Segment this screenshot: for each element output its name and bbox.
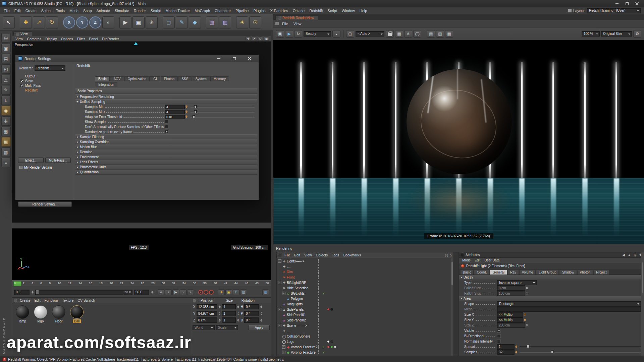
renderer-dropdown[interactable]: Redshift bbox=[35, 65, 65, 71]
object-name[interactable]: .... bbox=[287, 329, 290, 333]
menu-item[interactable]: Snap bbox=[81, 9, 94, 13]
menu-item[interactable]: Simulate bbox=[112, 9, 131, 13]
object-name[interactable]: BGLights bbox=[291, 292, 305, 295]
parameter-checkbox[interactable] bbox=[165, 120, 168, 124]
menu-item[interactable]: Redshift bbox=[307, 9, 325, 13]
value-slider[interactable] bbox=[191, 105, 255, 109]
settings-tree-item[interactable]: Multi-Pass bbox=[15, 83, 74, 88]
snap-grid-icon[interactable]: ▦ bbox=[1, 127, 11, 136]
material-item[interactable]: logo bbox=[33, 305, 48, 323]
layers-icon[interactable]: ≡ bbox=[1, 158, 11, 167]
size-z-field[interactable]: 200 cm bbox=[497, 322, 525, 328]
menu-item[interactable]: Tools bbox=[54, 9, 67, 13]
expand-toggle[interactable]: - bbox=[278, 324, 281, 327]
attribute-tab[interactable]: Project bbox=[593, 270, 609, 275]
render-settings-tab[interactable]: Photon bbox=[161, 76, 178, 81]
attribute-tab[interactable]: Photon bbox=[577, 270, 593, 275]
object-row[interactable]: ▲ Polygon bbox=[277, 296, 450, 301]
menu-item[interactable]: X-Particles bbox=[268, 9, 290, 13]
object-name[interactable]: SidePanel01 bbox=[287, 313, 306, 317]
object-manager-menu-item[interactable]: File bbox=[282, 253, 292, 257]
material-thumbnail[interactable] bbox=[16, 305, 29, 319]
attributes-menu-item[interactable]: Edit bbox=[473, 258, 482, 262]
material-item[interactable]: Floor bbox=[51, 305, 66, 323]
menu-item[interactable]: Window bbox=[339, 9, 357, 13]
record-key-icon[interactable]: ✚ bbox=[218, 289, 225, 295]
effect-button[interactable]: Effect... bbox=[18, 158, 44, 163]
render-settings-dialog[interactable]: Render Settings Renderer Redshift Output… bbox=[15, 55, 259, 200]
image-size-dropdown[interactable]: Original Size bbox=[601, 31, 632, 37]
size-mode-dropdown[interactable]: Scale bbox=[216, 325, 238, 330]
model-mode-icon[interactable]: ▣ bbox=[1, 44, 11, 53]
viewport-menu-item[interactable]: Options bbox=[59, 37, 75, 41]
keyframe-record-button[interactable] bbox=[209, 290, 214, 295]
object-name[interactable]: Voronoi Fracture2 bbox=[291, 345, 318, 349]
render-setting-button[interactable]: Render Setting... bbox=[18, 201, 72, 207]
keyframe-selection-icon[interactable]: ▦ bbox=[240, 289, 247, 295]
unified-sampling-group[interactable]: Unified Sampling bbox=[75, 99, 257, 104]
enabled-check-icon[interactable]: ✓ bbox=[322, 351, 325, 354]
object-row[interactable]: ▲ RingLights bbox=[277, 301, 450, 307]
autokey-icon[interactable]: ▣ bbox=[225, 289, 232, 295]
value-field[interactable]: 4 bbox=[165, 105, 185, 109]
menu-item[interactable]: Motion Tracker bbox=[163, 9, 192, 13]
render-settings-tab[interactable]: GI bbox=[150, 76, 160, 81]
position-y-field[interactable]: 84.974 cm bbox=[197, 311, 217, 316]
dialog-maximize-button[interactable] bbox=[229, 55, 239, 62]
visibility-dots[interactable] bbox=[318, 318, 319, 322]
snapshot-icon[interactable]: ❄ bbox=[404, 30, 412, 38]
object-row[interactable]: ✕ Hide Selection bbox=[277, 285, 450, 291]
samples-slider[interactable] bbox=[520, 350, 641, 354]
visibility-dots[interactable] bbox=[318, 291, 319, 295]
size-y-field[interactable]: << Multip bbox=[497, 317, 523, 322]
visibility-dots[interactable] bbox=[318, 313, 319, 317]
object-name[interactable]: Scene -------> bbox=[287, 324, 307, 327]
position-z-field[interactable]: 0 cm bbox=[197, 317, 217, 323]
record-params-icon[interactable]: P bbox=[233, 289, 239, 295]
menu-item[interactable]: Script bbox=[325, 9, 339, 13]
layout-b-icon[interactable]: ▥ bbox=[436, 30, 444, 38]
visibility-dots[interactable] bbox=[318, 259, 319, 263]
object-manager-scrollbar[interactable] bbox=[451, 258, 453, 356]
menu-item[interactable]: Sculpt bbox=[148, 9, 163, 13]
beauty-channel-dropdown[interactable]: Beauty bbox=[304, 31, 331, 37]
object-manager-menu-item[interactable]: Bookmarks bbox=[341, 253, 363, 257]
object-name[interactable]: CollisionSphere bbox=[287, 335, 310, 338]
visibility-dots[interactable] bbox=[318, 302, 319, 306]
area-mesh-field[interactable] bbox=[497, 306, 641, 312]
material-menu-item[interactable]: Create bbox=[18, 298, 33, 302]
object-name[interactable]: RingLights bbox=[287, 302, 303, 306]
edges-mode-icon[interactable]: ✎ bbox=[1, 85, 11, 95]
material-menu-item[interactable]: CV-Swatch bbox=[75, 298, 97, 302]
corner-ruler-icon[interactable]: L bbox=[1, 96, 11, 105]
back-icon[interactable]: ◀ bbox=[622, 253, 625, 257]
material-thumbnail[interactable] bbox=[52, 305, 65, 319]
object-name[interactable]: BGLightGRP bbox=[287, 281, 306, 285]
material-menu-item[interactable]: Texture bbox=[60, 298, 75, 302]
value-slider[interactable] bbox=[191, 110, 255, 114]
collapsed-section-header[interactable]: Denoise bbox=[75, 149, 257, 155]
camera-auto-dropdown[interactable]: < Auto > bbox=[356, 31, 384, 37]
object-manager-menu-item[interactable]: View bbox=[302, 253, 314, 257]
falloff-start-field[interactable]: 0 cm bbox=[497, 285, 525, 291]
menu-item[interactable]: Octane bbox=[290, 9, 307, 13]
enabled-check-icon[interactable]: ✓ bbox=[322, 345, 325, 349]
save-image-icon[interactable]: ▣ bbox=[276, 30, 284, 38]
view-tab[interactable]: View bbox=[13, 32, 32, 36]
object-tags[interactable] bbox=[327, 346, 336, 348]
object-row[interactable]: ▲ SidePanel02 bbox=[277, 317, 450, 323]
position-x-field[interactable]: 12.383 cm bbox=[197, 304, 217, 309]
object-row[interactable]: - ✚ Scene -------> bbox=[277, 323, 450, 328]
layout-dropdown[interactable]: RedshiftTraining_ (User) bbox=[587, 8, 641, 13]
object-name[interactable]: SidePanels bbox=[287, 308, 304, 311]
points-mode-icon[interactable]: △ bbox=[1, 75, 11, 84]
start-render-icon[interactable]: ▶ bbox=[285, 30, 293, 38]
object-row[interactable]: - ◇ BGLights ✓ bbox=[277, 291, 450, 296]
visibility-dots[interactable] bbox=[318, 275, 319, 279]
attribute-tab[interactable]: Ray bbox=[507, 270, 519, 275]
menu-item[interactable]: Render bbox=[131, 9, 148, 13]
prev-frame-icon[interactable]: ‹ bbox=[165, 289, 172, 295]
render-settings-tab[interactable]: Integration bbox=[95, 82, 117, 87]
settings-tree-item[interactable]: Output bbox=[15, 74, 74, 78]
object-name[interactable]: Logo bbox=[287, 340, 294, 344]
